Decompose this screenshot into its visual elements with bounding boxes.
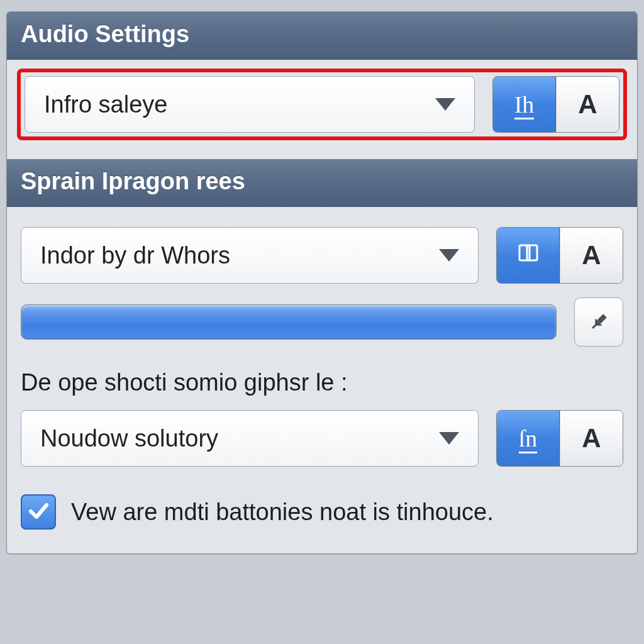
output-mode-option-2[interactable]: A xyxy=(560,411,623,466)
audio-device-dropdown[interactable]: Infro saleye xyxy=(25,76,475,133)
audio-mode-segmented: Ih A xyxy=(492,76,619,133)
svg-rect-1 xyxy=(527,245,537,260)
segmented-label-ih: Ih xyxy=(514,91,535,118)
panel-icon xyxy=(516,240,541,271)
chevron-down-icon xyxy=(435,98,455,111)
settings-panel: Audio Settings Infro saleye Ih A Sprain … xyxy=(6,11,638,554)
input-mode-option-2[interactable]: A xyxy=(560,228,623,283)
chevron-down-icon xyxy=(439,249,459,262)
check-icon xyxy=(26,498,51,526)
input-device-selected: Indor by dr Whors xyxy=(40,242,230,269)
pin-button[interactable] xyxy=(574,297,623,347)
output-device-row: Noudow solutory ſn A xyxy=(21,410,623,467)
audio-device-selected: Infro saleye xyxy=(44,91,167,118)
segmented-label-a: A xyxy=(578,89,597,119)
input-device-dropdown[interactable]: Indor by dr Whors xyxy=(21,227,479,284)
volume-row xyxy=(21,297,623,347)
audio-device-row: Infro saleye Ih A xyxy=(17,69,627,140)
segmented-label-a: A xyxy=(582,423,601,453)
svg-rect-0 xyxy=(519,245,530,260)
volume-slider[interactable] xyxy=(21,304,557,340)
segmented-label-fn: ſn xyxy=(519,425,538,452)
segmented-label-a: A xyxy=(582,240,601,270)
audio-mode-option-1[interactable]: Ih xyxy=(493,77,556,132)
output-mode-option-1[interactable]: ſn xyxy=(497,411,560,466)
battonies-checkbox-label: Vew are mdti battonies noat is tinhouce. xyxy=(71,499,494,526)
output-device-dropdown[interactable]: Noudow solutory xyxy=(21,410,479,467)
battonies-checkbox[interactable] xyxy=(21,494,56,530)
input-device-row: Indor by dr Whors A xyxy=(21,227,623,284)
bottom-checkbox-row: Vew are mdti battonies noat is tinhouce. xyxy=(21,494,623,530)
audio-settings-title: Audio Settings xyxy=(21,21,189,47)
sprain-title: Sprain Ipragon rees xyxy=(21,168,245,194)
output-device-selected: Noudow solutory xyxy=(40,425,218,452)
output-mode-segmented: ſn A xyxy=(496,410,623,467)
input-mode-segmented: A xyxy=(496,227,623,284)
chevron-down-icon xyxy=(439,432,459,445)
input-mode-option-1[interactable] xyxy=(497,228,560,283)
sprain-header: Sprain Ipragon rees xyxy=(7,159,637,207)
sprain-body: Indor by dr Whors A xyxy=(7,207,637,553)
output-label: De ope shocti somio giphsr le : xyxy=(21,369,623,396)
audio-mode-option-2[interactable]: A xyxy=(556,77,619,132)
audio-settings-header: Audio Settings xyxy=(7,12,637,60)
pin-icon xyxy=(587,311,610,333)
audio-settings-body: Infro saleye Ih A xyxy=(7,60,637,159)
svg-rect-4 xyxy=(592,324,597,329)
